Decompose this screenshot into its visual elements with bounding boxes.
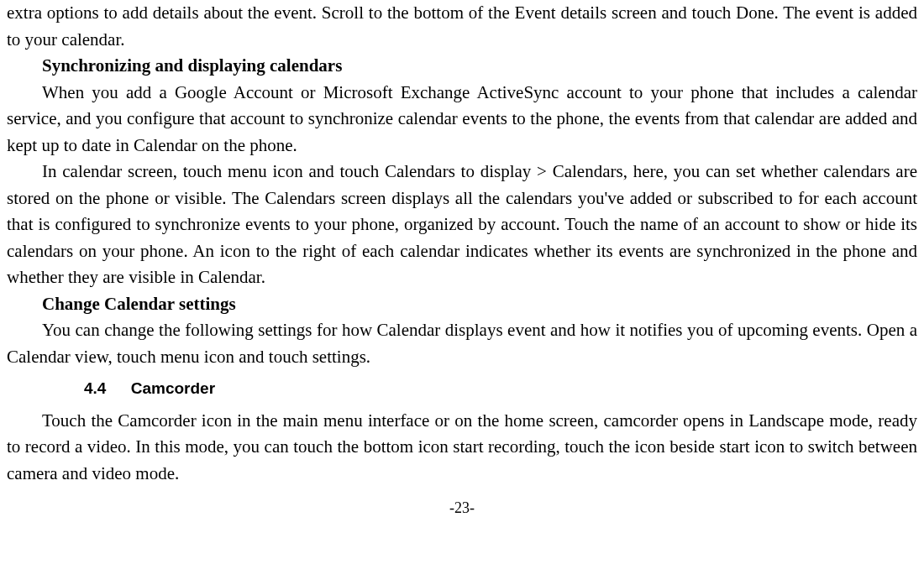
section-number: 4.4 — [84, 377, 106, 401]
section-title: Camcorder — [131, 379, 215, 397]
paragraph-change-settings: You can change the following settings fo… — [7, 317, 917, 370]
section-heading: 4.4 Camcorder — [7, 377, 917, 401]
paragraph-camcorder: Touch the Camcorder icon in the main men… — [7, 408, 917, 488]
paragraph-sync-description: When you add a Google Account or Microso… — [7, 80, 917, 159]
page-number: -23- — [7, 497, 917, 520]
heading-change-settings: Change Calendar settings — [7, 291, 917, 318]
paragraph-intro: extra options to add details about the e… — [7, 0, 917, 53]
heading-sync-calendars: Synchronizing and displaying calendars — [7, 53, 917, 80]
paragraph-calendar-screen: In calendar screen, touch menu icon and … — [7, 159, 917, 291]
document-page: extra options to add details about the e… — [0, 0, 924, 520]
